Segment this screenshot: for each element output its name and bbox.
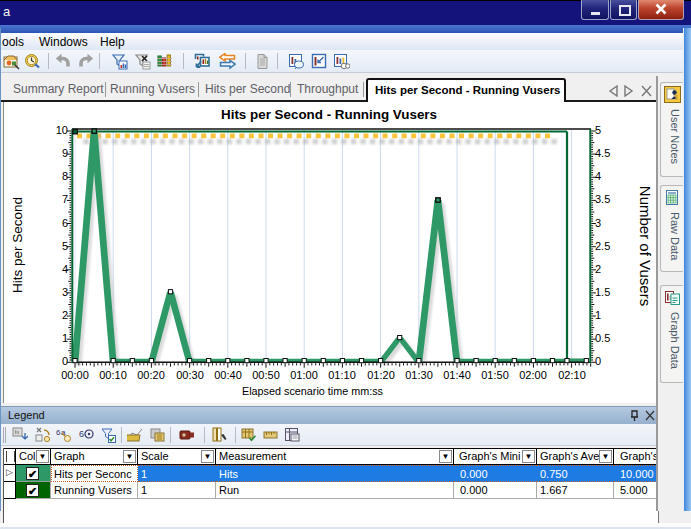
svg-text:6: 6 <box>79 429 84 439</box>
